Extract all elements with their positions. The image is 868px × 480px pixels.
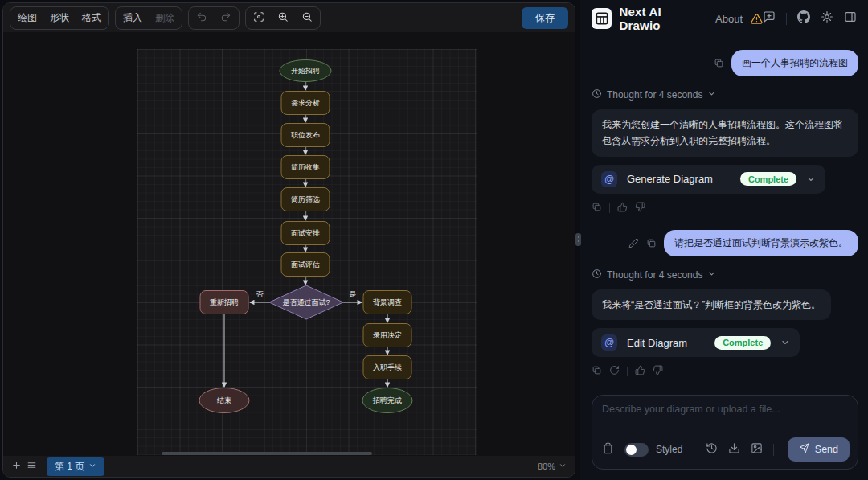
settings-gear-icon[interactable] — [821, 10, 833, 27]
svg-text:需求分析: 需求分析 — [291, 99, 320, 107]
undo-button[interactable] — [190, 8, 214, 28]
copy-icon[interactable] — [592, 201, 602, 215]
flow-node-background[interactable]: 背景调查 — [363, 291, 411, 314]
download-icon[interactable] — [728, 442, 740, 457]
menu-draw[interactable]: 绘图 — [11, 8, 43, 28]
paper-plane-icon — [799, 443, 809, 456]
chat-input[interactable] — [602, 404, 850, 425]
flow-node-end[interactable]: 结束 — [199, 388, 249, 413]
svg-text:重新招聘: 重新招聘 — [210, 298, 239, 306]
send-label: Send — [815, 444, 838, 455]
thumbs-up-icon[interactable] — [617, 201, 628, 215]
svg-text:面试评估: 面试评估 — [291, 261, 320, 269]
zoom-in-button[interactable] — [271, 8, 295, 28]
canvas-page[interactable]: 否是开始招聘需求分析职位发布简历收集简历筛选面试安排面试评估是否通过面试?重新招… — [137, 49, 477, 455]
user-message-row: 请把是否通过面试判断背景演示改紫色。 — [592, 230, 858, 256]
svg-text:是否通过面试?: 是否通过面试? — [282, 298, 330, 306]
canvas-horizontal-scrollbar[interactable] — [162, 452, 372, 455]
flow-node-rehire[interactable]: 重新招聘 — [200, 291, 248, 314]
assistant-message: 我来将“是否通过面试？”判断框的背景色改为紫色。 — [592, 289, 831, 320]
thought-toggle[interactable]: Thought for 4 seconds — [592, 88, 858, 101]
thumbs-down-icon[interactable] — [635, 201, 645, 215]
message-actions — [592, 201, 858, 215]
image-icon[interactable] — [751, 442, 763, 457]
tool-title: Generate Diagram — [627, 173, 713, 185]
fit-view-button[interactable] — [247, 8, 271, 28]
chevron-down-icon — [707, 89, 716, 101]
chat-header: Next AI Drawio About — [580, 0, 868, 37]
chevron-down-icon[interactable] — [780, 338, 790, 347]
thought-label: Thought for 4 seconds — [607, 89, 702, 101]
flow-node-complete[interactable]: 招聘完成 — [362, 388, 412, 413]
user-message: 请把是否通过面试判断背景演示改紫色。 — [664, 230, 858, 256]
flow-node-start[interactable]: 开始招聘 — [280, 60, 331, 82]
copy-icon[interactable] — [646, 238, 657, 248]
add-page-button[interactable] — [11, 460, 22, 473]
undo-icon — [196, 11, 207, 25]
tool-title: Edit Diagram — [627, 337, 687, 349]
delete-button[interactable]: 删除 — [149, 8, 181, 28]
chat-messages: 画一个人事招聘的流程图 Thought for 4 seconds 我来为您创建… — [580, 37, 868, 395]
flow-edge-label: 是 — [350, 290, 357, 298]
divider — [627, 367, 628, 376]
user-message-row: 画一个人事招聘的流程图 — [592, 50, 858, 76]
thought-toggle[interactable]: Thought for 4 seconds — [592, 269, 858, 281]
zoom-level[interactable]: 80% — [538, 462, 567, 471]
page-tab[interactable]: 第 1 页 — [47, 457, 104, 476]
about-link[interactable]: About — [715, 13, 743, 25]
tool-card-generate-diagram[interactable]: @ Generate Diagram Complete — [592, 165, 825, 194]
message-actions — [592, 364, 858, 379]
clock-icon — [592, 88, 602, 101]
redo-icon — [220, 11, 231, 25]
flow-node-decide[interactable]: 录用决定 — [363, 324, 411, 347]
menu-shapes[interactable]: 形状 — [43, 8, 76, 28]
svg-text:简历筛选: 简历筛选 — [291, 195, 320, 203]
retry-icon[interactable] — [609, 364, 620, 379]
canvas-area[interactable]: 否是开始招聘需求分析职位发布简历收集简历筛选面试安排面试评估是否通过面试?重新招… — [3, 32, 575, 456]
flow-node-collect[interactable]: 简历收集 — [281, 156, 330, 179]
flow-node-post[interactable]: 职位发布 — [281, 124, 330, 147]
flow-node-analysis[interactable]: 需求分析 — [281, 92, 330, 115]
copy-icon[interactable] — [592, 364, 602, 379]
flow-node-decision[interactable]: 是否通过面试? — [269, 285, 343, 319]
zoom-out-button[interactable] — [295, 8, 319, 28]
svg-text:入职手续: 入职手续 — [373, 363, 402, 371]
divider — [609, 203, 610, 213]
thumbs-down-icon[interactable] — [653, 364, 663, 379]
copy-icon[interactable] — [714, 58, 724, 68]
flow-node-onboard[interactable]: 入职手续 — [363, 356, 411, 379]
app-window: 绘图 形状 格式 插入 删除 — [0, 0, 868, 480]
redo-button[interactable] — [214, 8, 238, 28]
send-button[interactable]: Send — [788, 437, 850, 462]
editor-wrap: 绘图 形状 格式 插入 删除 — [0, 0, 580, 480]
tool-logo-icon: @ — [601, 171, 617, 187]
zoom-group — [245, 6, 321, 30]
tool-card-edit-diagram[interactable]: @ Edit Diagram Complete — [592, 328, 800, 357]
styled-toggle[interactable] — [624, 443, 649, 457]
warning-icon[interactable] — [751, 13, 763, 25]
save-button[interactable]: 保存 — [522, 7, 568, 29]
thumbs-up-icon[interactable] — [635, 364, 645, 379]
app-title: Next AI Drawio — [619, 5, 704, 32]
zoom-out-icon — [301, 11, 313, 25]
thought-label: Thought for 4 seconds — [607, 269, 702, 281]
insert-button[interactable]: 插入 — [117, 8, 149, 28]
github-icon[interactable] — [797, 10, 810, 27]
edit-pencil-icon[interactable] — [628, 238, 639, 248]
pages-menu-button[interactable] — [27, 460, 37, 473]
menu-group: 绘图 形状 格式 — [10, 6, 109, 30]
history-group — [188, 6, 240, 30]
trash-icon[interactable] — [602, 442, 614, 457]
feedback-icon[interactable] — [763, 10, 776, 27]
flow-node-screen[interactable]: 简历筛选 — [281, 188, 330, 211]
panel-toggle-icon[interactable] — [844, 10, 857, 27]
menu-format[interactable]: 格式 — [76, 8, 108, 28]
chevron-down-icon[interactable] — [806, 174, 816, 184]
tool-logo-icon: @ — [601, 334, 617, 351]
history-icon[interactable] — [706, 442, 718, 457]
plus-icon — [11, 460, 22, 473]
flow-node-evaluate[interactable]: 面试评估 — [281, 253, 330, 277]
flow-node-arrange[interactable]: 面试安排 — [281, 222, 330, 245]
status-badge: Complete — [740, 172, 796, 186]
panel-resize-handle[interactable] — [575, 233, 581, 246]
